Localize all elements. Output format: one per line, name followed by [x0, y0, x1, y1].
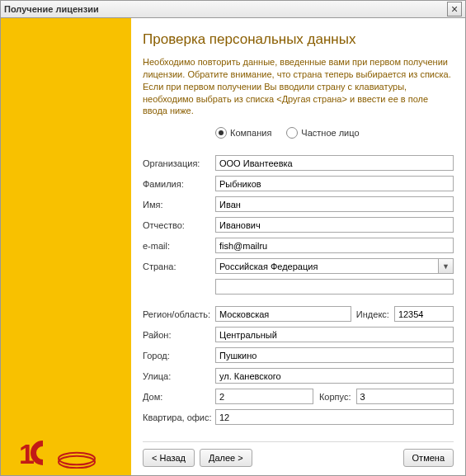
- label-city: Город:: [143, 351, 215, 361]
- country-other-field: [215, 279, 454, 295]
- form: Компания Частное лицо Организация: Фамил…: [143, 127, 454, 438]
- label-region: Регион/область:: [143, 309, 215, 319]
- radio-individual[interactable]: Частное лицо: [286, 127, 359, 139]
- next-button[interactable]: Далее >: [200, 449, 252, 467]
- page-title: Проверка персональных данных: [143, 31, 454, 48]
- lastname-field[interactable]: [215, 176, 454, 191]
- radio-company[interactable]: Компания: [215, 127, 271, 139]
- logo-1c: 1: [19, 437, 98, 469]
- side-panel: 1: [1, 18, 131, 475]
- entity-type-radios: Компания Частное лицо: [215, 127, 360, 139]
- street-field[interactable]: [215, 368, 454, 384]
- label-organization: Организация:: [143, 158, 215, 168]
- close-icon[interactable]: ×: [447, 2, 462, 16]
- country-select[interactable]: [215, 258, 454, 274]
- house-field[interactable]: [215, 389, 313, 404]
- radio-individual-label: Частное лицо: [301, 128, 359, 138]
- building-field[interactable]: [356, 389, 454, 404]
- radio-company-label: Компания: [230, 128, 271, 138]
- organization-field[interactable]: [215, 155, 454, 171]
- index-field[interactable]: [394, 306, 454, 322]
- label-district: Район:: [143, 330, 215, 340]
- label-firstname: Имя:: [143, 200, 215, 210]
- email-field[interactable]: [215, 238, 454, 253]
- intro-text: Необходимо повторить данные, введенные в…: [143, 56, 454, 117]
- label-building: Корпус:: [313, 392, 356, 402]
- license-window: Получение лицензии × 1 Проверка персонал…: [0, 0, 466, 476]
- label-house: Дом:: [143, 392, 215, 402]
- label-lastname: Фамилия:: [143, 179, 215, 189]
- radio-dot-icon: [215, 127, 227, 139]
- label-apartment: Квартира, офис:: [143, 412, 215, 422]
- region-field[interactable]: [215, 306, 351, 322]
- wizard-buttons: < Назад Далее > Отмена: [143, 441, 454, 467]
- firstname-field[interactable]: [215, 196, 454, 212]
- cancel-button[interactable]: Отмена: [403, 449, 454, 467]
- window-title: Получение лицензии: [4, 4, 99, 14]
- back-button[interactable]: < Назад: [143, 449, 195, 467]
- apartment-field[interactable]: [215, 409, 454, 425]
- label-street: Улица:: [143, 371, 215, 381]
- label-index: Индекс:: [351, 309, 394, 319]
- label-country: Страна:: [143, 262, 215, 271]
- patronymic-field[interactable]: [215, 217, 454, 233]
- district-field[interactable]: [215, 327, 454, 342]
- label-patronymic: Отчество:: [143, 220, 215, 230]
- titlebar: Получение лицензии ×: [1, 1, 465, 18]
- label-email: e-mail:: [143, 241, 215, 251]
- radio-empty-icon: [286, 127, 298, 139]
- city-field[interactable]: [215, 347, 454, 363]
